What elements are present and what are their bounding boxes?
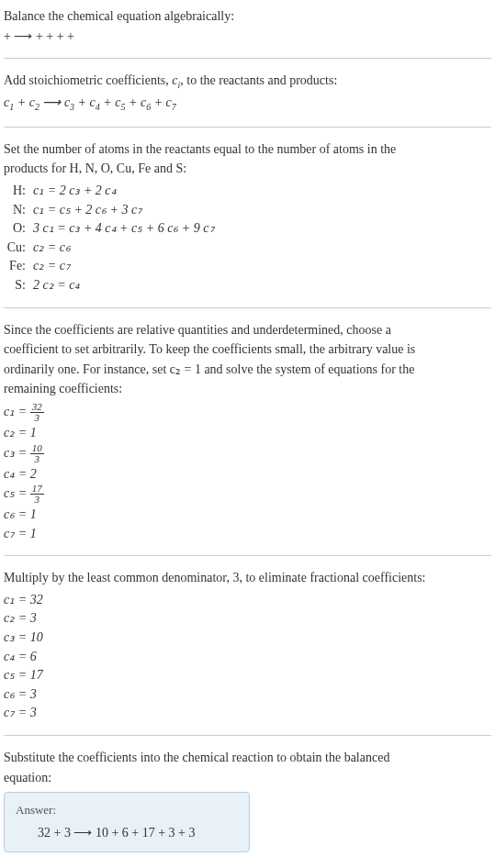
- eq-label: H:: [4, 182, 33, 200]
- answer-label: Answer:: [16, 802, 238, 818]
- mult-heading: Multiply by the least common denominator…: [4, 569, 491, 587]
- eq-body: c₁ = 2 c₃ + 2 c₄: [33, 182, 491, 200]
- coeff-row: c₂ = 1: [4, 424, 491, 442]
- fraction: 323: [30, 402, 44, 423]
- underdet-line3: ordinarily one. For instance, set c₂ = 1…: [4, 361, 491, 379]
- eq-body: 2 c₂ = c₄: [33, 276, 491, 295]
- coeff-row: c₄ = 2: [4, 465, 491, 484]
- coeff-row: c₅ = 173: [4, 484, 491, 505]
- equation-row: O: 3 c₁ = c₃ + 4 c₄ + c₅ + 6 c₆ + 9 c₇: [4, 219, 491, 238]
- stoich-heading: Add stoichiometric coefficients, ci, to …: [4, 72, 491, 92]
- equation-row: N: c₁ = c₅ + 2 c₆ + 3 c₇: [4, 201, 491, 219]
- answer-section: Substitute the coefficients into the che…: [4, 749, 491, 852]
- coeff-row: c₁ = 323: [4, 402, 491, 423]
- atoms-heading2: products for H, N, O, Cu, Fe and S:: [4, 160, 491, 178]
- divider: [4, 307, 491, 308]
- equation-row: H: c₁ = 2 c₃ + 2 c₄: [4, 182, 491, 200]
- subst-line2: equation:: [4, 769, 491, 787]
- coeff-row: c₃ = 103: [4, 443, 491, 464]
- coeff-row: c₆ = 3: [4, 685, 491, 704]
- eq-body: c₂ = c₇: [33, 257, 491, 275]
- answer-equation: 32 + 3 ⟶ 10 + 6 + 17 + 3 + 3: [16, 824, 238, 842]
- underdet-line4: remaining coefficients:: [4, 380, 491, 398]
- eq-body: 3 c₁ = c₃ + 4 c₄ + c₅ + 6 c₆ + 9 c₇: [33, 219, 491, 238]
- coeff-row: c₇ = 3: [4, 704, 491, 722]
- coeff-row: c₇ = 1: [4, 525, 491, 543]
- fraction: 173: [30, 484, 44, 505]
- equation-row: Fe: c₂ = c₇: [4, 257, 491, 275]
- fraction: 103: [30, 443, 44, 464]
- subst-line1: Substitute the coefficients into the che…: [4, 749, 491, 767]
- coeff-row: c₅ = 17: [4, 666, 491, 684]
- coeff-row: c₁ = 32: [4, 591, 491, 609]
- coeff-row: c₂ = 3: [4, 609, 491, 628]
- underdet-line1: Since the coefficients are relative quan…: [4, 321, 491, 339]
- eq-label: Cu:: [4, 239, 33, 257]
- intro-line1: Balance the chemical equation algebraica…: [4, 7, 491, 26]
- divider: [4, 127, 491, 128]
- stoich-section: Add stoichiometric coefficients, ci, to …: [4, 72, 491, 114]
- mult-section: Multiply by the least common denominator…: [4, 569, 491, 722]
- eq-body: c₂ = c₆: [33, 239, 491, 257]
- equation-table: H: c₁ = 2 c₃ + 2 c₄ N: c₁ = c₅ + 2 c₆ + …: [4, 182, 491, 295]
- coeff-list-frac: c₁ = 323 c₂ = 1 c₃ = 103 c₄ = 2 c₅ = 173…: [4, 402, 491, 542]
- atoms-heading1: Set the number of atoms in the reactants…: [4, 140, 491, 159]
- divider: [4, 555, 491, 556]
- equation-row: Cu: c₂ = c₆: [4, 239, 491, 257]
- eq-label: S:: [4, 276, 33, 295]
- intro-section: Balance the chemical equation algebraica…: [4, 7, 491, 45]
- coeff-list-int: c₁ = 32 c₂ = 3 c₃ = 10 c₄ = 6 c₅ = 17 c₆…: [4, 591, 491, 722]
- divider: [4, 735, 491, 736]
- eq-label: N:: [4, 201, 33, 219]
- eq-label: O:: [4, 219, 33, 238]
- intro-line2: + ⟶ + + + +: [4, 28, 491, 46]
- coeff-row: c₆ = 1: [4, 506, 491, 524]
- divider: [4, 58, 491, 59]
- atoms-section: Set the number of atoms in the reactants…: [4, 140, 491, 295]
- underdet-line2: coefficient to set arbitrarily. To keep …: [4, 340, 491, 359]
- stoich-tail: , to the reactants and products:: [180, 73, 337, 87]
- equation-row: S: 2 c₂ = c₄: [4, 276, 491, 295]
- stoich-heading-text: Add stoichiometric coefficients,: [4, 73, 172, 87]
- eq-body: c₁ = c₅ + 2 c₆ + 3 c₇: [33, 201, 491, 219]
- eq-label: Fe:: [4, 257, 33, 275]
- coeff-row: c₃ = 10: [4, 629, 491, 647]
- answer-box: Answer: 32 + 3 ⟶ 10 + 6 + 17 + 3 + 3: [4, 792, 250, 852]
- coeff-row: c₄ = 6: [4, 648, 491, 666]
- underdet-section: Since the coefficients are relative quan…: [4, 321, 491, 543]
- stoich-equation: c1 + c2 ⟶ c3 + c4 + c5 + c6 + c7: [4, 94, 491, 114]
